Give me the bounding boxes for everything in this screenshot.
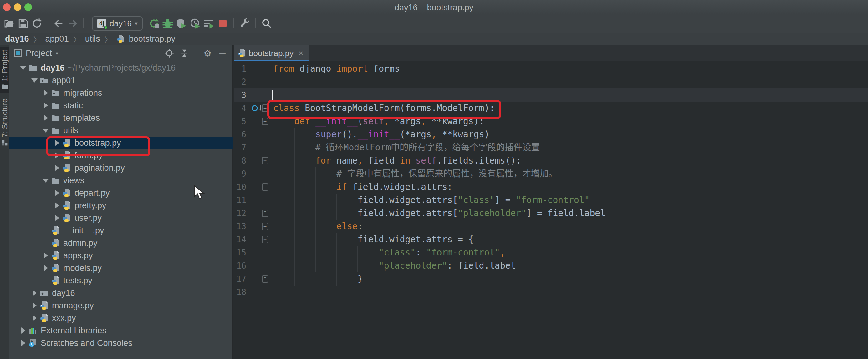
- tree-item-admin-py[interactable]: admin.py: [9, 237, 233, 249]
- collapsed-arrow-icon[interactable]: [33, 290, 37, 296]
- chevron-down-icon[interactable]: ▾: [56, 51, 58, 56]
- collapsed-arrow-icon[interactable]: [55, 215, 59, 221]
- code-line-7[interactable]: 7 # 循环ModelForm中的所有字段，给每个字段的插件设置: [234, 141, 868, 154]
- expanded-arrow-icon[interactable]: [42, 178, 49, 183]
- breadcrumb-item-utils[interactable]: utils: [85, 34, 100, 44]
- code-line-4[interactable]: 4−class BootStrapModelForm(forms.ModelFo…: [234, 102, 868, 115]
- code-line-17[interactable]: 17⌃ }: [234, 272, 868, 286]
- panel-title[interactable]: Project: [26, 48, 52, 58]
- forward-icon[interactable]: [66, 17, 80, 30]
- collapsed-arrow-icon[interactable]: [55, 165, 59, 171]
- tree-item-manage-py[interactable]: manage.py: [9, 299, 233, 312]
- back-icon[interactable]: [52, 17, 66, 30]
- collapsed-arrow-icon[interactable]: [44, 102, 48, 108]
- tree-item-views[interactable]: views: [9, 174, 233, 187]
- debug-icon[interactable]: [161, 17, 175, 30]
- tree-item-static[interactable]: static: [9, 99, 233, 112]
- code-line-text: def __init__(self, *args, **kwargs):: [273, 115, 484, 128]
- save-all-icon[interactable]: [16, 17, 30, 30]
- collapsed-arrow-icon[interactable]: [33, 302, 37, 308]
- tool-button-structure[interactable]: 7: Structure: [0, 95, 9, 149]
- run-configuration-select[interactable]: dj day16 ▾: [92, 16, 143, 31]
- collapse-all-icon[interactable]: [179, 47, 190, 59]
- concurrency-diagram-icon[interactable]: [202, 17, 216, 30]
- tool-button-project[interactable]: 1: Project: [0, 46, 9, 93]
- search-icon[interactable]: [260, 17, 274, 30]
- code-line-10[interactable]: 10− if field.widget.attrs:: [234, 181, 868, 194]
- collapsed-arrow-icon[interactable]: [55, 190, 59, 196]
- code-editor[interactable]: 1from django import forms234−class BootS…: [234, 61, 868, 359]
- collapsed-arrow-icon[interactable]: [21, 327, 25, 334]
- line-number: 4: [234, 102, 246, 115]
- locate-icon[interactable]: [164, 47, 175, 59]
- collapsed-arrow-icon[interactable]: [44, 252, 48, 259]
- collapsed-arrow-icon[interactable]: [33, 315, 37, 321]
- open-project-icon[interactable]: [2, 17, 16, 30]
- tree-item-day16[interactable]: day16: [9, 287, 233, 299]
- collapsed-arrow-icon[interactable]: [44, 115, 48, 121]
- fold-collapse-icon[interactable]: −: [262, 183, 268, 191]
- tree-item-utils[interactable]: utils: [9, 124, 233, 137]
- expanded-arrow-icon[interactable]: [42, 129, 49, 133]
- code-line-15[interactable]: 15 "class": "form-control",: [234, 246, 868, 259]
- code-line-3[interactable]: 3: [234, 89, 868, 102]
- code-line-16[interactable]: 16 "placeholder": field.label: [234, 259, 868, 272]
- fold-collapse-icon[interactable]: −: [262, 236, 268, 243]
- code-line-5[interactable]: 5− def __init__(self, *args, **kwargs):: [234, 115, 868, 128]
- tree-item-Scratches-and-Consoles[interactable]: Scratches and Consoles: [9, 337, 233, 349]
- code-line-12[interactable]: 12⌃ field.widget.attrs["placeholder"] = …: [234, 207, 868, 220]
- tree-item-pagination-py[interactable]: pagination.py: [9, 162, 233, 174]
- code-line-8[interactable]: 8− for name, field in self.fields.items(…: [234, 154, 868, 167]
- synchronize-icon[interactable]: [30, 17, 44, 30]
- breadcrumb-item-day16[interactable]: day16: [5, 34, 29, 44]
- close-tab-icon[interactable]: ×: [299, 48, 303, 58]
- code-line-13[interactable]: 13− else:: [234, 220, 868, 233]
- tree-item-app01[interactable]: app01: [9, 74, 233, 87]
- tree-item-tests-py[interactable]: tests.py: [9, 274, 233, 287]
- tree-item-External-Libraries[interactable]: External Libraries: [9, 324, 233, 337]
- breadcrumb-item-app01[interactable]: app01: [45, 34, 69, 44]
- stop-icon[interactable]: [216, 17, 230, 30]
- tree-item-day16[interactable]: day16~/PycharmProjects/gx/day16: [9, 62, 233, 74]
- collapsed-arrow-icon[interactable]: [44, 265, 48, 271]
- code-line-1[interactable]: 1from django import forms: [234, 62, 868, 75]
- expanded-arrow-icon[interactable]: [31, 78, 37, 83]
- tree-item-user-py[interactable]: user.py: [9, 212, 233, 224]
- code-line-14[interactable]: 14− field.widget.attrs = {: [234, 233, 868, 246]
- expanded-arrow-icon[interactable]: [20, 66, 26, 70]
- code-line-18[interactable]: 18: [234, 286, 868, 299]
- fold-end-icon[interactable]: ⌃: [262, 209, 268, 217]
- collapsed-arrow-icon[interactable]: [55, 152, 59, 159]
- tree-item-xxx-py[interactable]: xxx.py: [9, 312, 233, 324]
- tree-item-templates[interactable]: templates: [9, 112, 233, 124]
- fold-collapse-icon[interactable]: −: [262, 118, 268, 125]
- collapsed-arrow-icon[interactable]: [44, 90, 48, 96]
- tree-item-models-py[interactable]: models.py: [9, 262, 233, 274]
- code-line-11[interactable]: 11 field.widget.attrs["class"] = "form-c…: [234, 194, 868, 207]
- code-line-9[interactable]: 9 # 字段中有属性，保留原来的属性，没有属性，才增加。: [234, 167, 868, 181]
- breadcrumb-item-bootstrap-py[interactable]: bootstrap.py: [129, 34, 176, 44]
- tree-item-__init__-py[interactable]: __init__.py: [9, 224, 233, 237]
- code-line-2[interactable]: 2: [234, 75, 868, 89]
- collapsed-arrow-icon[interactable]: [55, 202, 59, 208]
- rerun-icon[interactable]: [147, 17, 161, 30]
- code-line-6[interactable]: 6 super().__init__(*args, **kwargs): [234, 128, 868, 141]
- tree-item-form-py[interactable]: form.py: [9, 149, 233, 162]
- tree-item-apps-py[interactable]: apps.py: [9, 249, 233, 262]
- fold-collapse-icon[interactable]: −: [262, 104, 268, 112]
- wrench-icon[interactable]: [238, 17, 252, 30]
- fold-collapse-icon[interactable]: −: [262, 157, 268, 164]
- hide-panel-icon[interactable]: ─: [217, 47, 228, 59]
- fold-end-icon[interactable]: ⌃: [262, 275, 268, 283]
- settings-gear-icon[interactable]: ⚙: [202, 47, 213, 59]
- editor-tab-bootstrap[interactable]: bootstrap.py ×: [234, 45, 309, 61]
- profile-icon[interactable]: [188, 17, 202, 30]
- collapsed-arrow-icon[interactable]: [21, 340, 25, 346]
- run-with-coverage-icon[interactable]: [175, 17, 188, 30]
- collapsed-arrow-icon[interactable]: [55, 140, 59, 146]
- tree-item-pretty-py[interactable]: pretty.py: [9, 199, 233, 212]
- fold-collapse-icon[interactable]: −: [262, 223, 268, 230]
- tree-item-migrations[interactable]: migrations: [9, 87, 233, 99]
- mouse-cursor: [193, 185, 205, 200]
- tree-item-bootstrap-py[interactable]: bootstrap.py: [9, 137, 233, 149]
